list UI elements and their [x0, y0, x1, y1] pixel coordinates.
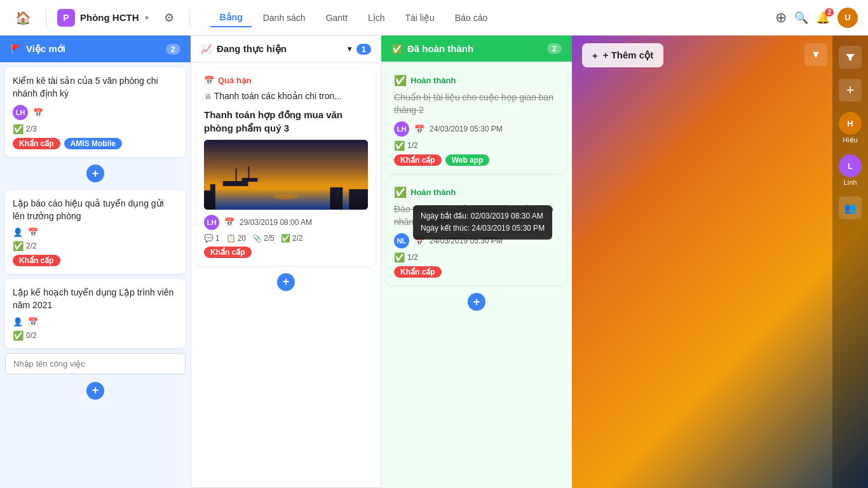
topnav-right: ⊕ 🔍 🔔 2 U — [775, 8, 858, 28]
calendar-icon: 📅 — [33, 108, 43, 118]
card-tags-1: Khẩn cấp Web app — [394, 154, 559, 166]
tooltip-end: Ngày kết thúc: 24/03/2019 05:30 PM — [421, 222, 545, 234]
card-title-full: Thanh toán hợp đồng mua văn phòng phẩm q… — [204, 108, 368, 135]
tab-gantt[interactable]: Gantt — [317, 9, 356, 27]
completed-icon-2: ✅ — [394, 186, 407, 198]
search-button[interactable]: 🔍 — [794, 11, 808, 25]
settings-icon[interactable]: ⚙ — [159, 8, 179, 27]
avatar-nl: NL — [394, 233, 409, 248]
tab-danh-sach[interactable]: Danh sách — [254, 9, 315, 27]
right-sidebar: + H Hiếu L Linh 👥 — [832, 36, 868, 488]
card-meta-row: LH 📅 — [13, 105, 178, 120]
home-button[interactable]: 🏠 — [10, 8, 36, 28]
svg-rect-3 — [236, 168, 237, 182]
progress-value: 2/2 — [26, 241, 37, 250]
calendar-icon: 📅 — [28, 227, 38, 237]
column-title-hoan-thanh: Đã hoàn thành — [407, 43, 542, 54]
nav-divider-2 — [189, 9, 190, 27]
calendar-icon: 📅 — [28, 317, 38, 327]
add-col-label: + Thêm cột — [603, 50, 653, 61]
card-progress: ✅ 0/2 — [13, 330, 178, 341]
sidebar-user-hieu[interactable]: H Hiếu — [839, 112, 862, 144]
column-body-hoan-thanh: ✅ Hoàn thành Chuẩn bị tài liệu cho cuộc … — [381, 62, 572, 488]
tab-bao-cao[interactable]: Báo cáo — [446, 9, 496, 27]
calendar-date-icon: 📅 — [224, 217, 234, 227]
group-button[interactable]: 👥 — [839, 196, 862, 219]
project-name: Phòng HCTH — [80, 12, 139, 23]
add-right-button[interactable]: + — [839, 79, 862, 102]
card-tags-2: Khẩn cấp — [394, 266, 559, 278]
card-chuan-bi-tai-lieu[interactable]: ✅ Hoàn thành Chuẩn bị tài liệu cho cuộc … — [386, 67, 567, 173]
nav-tabs: Bảng Danh sách Gantt Lịch Tài liệu Báo c… — [210, 8, 496, 27]
filter-funnel-button[interactable] — [839, 46, 862, 69]
avatar-hieu-label: Hiếu — [843, 136, 858, 144]
stat-done: ✅ 2/2 — [281, 234, 303, 243]
column-body-viec-moi: Kiểm kê tài sản của 5 văn phòng chi nhán… — [0, 62, 191, 488]
tag-khan-cap-2: Khẩn cấp — [204, 247, 252, 258]
card-title: Kiểm kê tài sản của 5 văn phòng chi nhán… — [13, 75, 178, 100]
avatar-lh-2: LH — [204, 215, 219, 230]
add-task-col3-button[interactable]: + — [468, 293, 485, 311]
card-lap-bao-cao[interactable]: Lập báo cáo hiệu quả tuyển dụng gửi lên … — [5, 190, 186, 274]
column-da-hoan-thanh: ✅ Đã hoàn thành 2 ✅ Hoàn thành Chuẩn bị … — [381, 36, 572, 488]
avatar-linh[interactable]: L — [839, 154, 862, 177]
progress-value: 2/3 — [26, 125, 37, 133]
column-viec-moi: 🚩 Việc mới 2 Kiểm kê tài sản của 5 văn p… — [0, 36, 191, 488]
add-task-col2-button[interactable]: + — [277, 273, 295, 291]
completed-label-2: Hoàn thành — [410, 187, 456, 197]
chevron-down-icon: ▾ — [145, 13, 149, 22]
date-tooltip: Ngày bắt đầu: 02/03/2019 08:30 AM Ngày k… — [413, 205, 552, 240]
card-image — [204, 140, 368, 210]
card-dao-tao[interactable]: ✅ Hoàn thành Đào tạo tài liệu sử dụng ph… — [386, 179, 567, 285]
avatar-hieu[interactable]: H — [839, 112, 862, 135]
notification-button[interactable]: 🔔 2 — [816, 11, 830, 25]
completed-label: Hoàn thành — [410, 76, 456, 85]
card-date-1: 24/03/2019 05:30 PM — [430, 125, 503, 133]
card-date-row-1: LH 📅 24/03/2019 05:30 PM — [394, 121, 559, 137]
sidebar-user-linh[interactable]: L Linh — [839, 154, 862, 186]
card-progress: ✅ 2/2 — [13, 241, 178, 251]
tag-khan-cap-4: Khẩn cấp — [394, 266, 442, 278]
nav-divider — [46, 9, 47, 27]
add-task-bottom-button[interactable]: + — [86, 382, 104, 400]
card-tags: Khẩn cấp — [204, 247, 368, 258]
server-icon: 🖥 — [204, 92, 212, 101]
column-body-dang-thuc: 📅 Quá hạn 🖥 Thanh toán các khoản chi tro… — [191, 63, 381, 488]
tooltip-start: Ngày bắt đầu: 02/03/2019 08:30 AM — [421, 210, 545, 222]
overdue-label: Quá hạn — [218, 76, 252, 85]
avatar-lh-3: LH — [394, 121, 409, 137]
add-task-between-button[interactable]: + — [86, 165, 104, 182]
card-date: 29/03/2019 08:00 AM — [240, 218, 312, 227]
project-selector[interactable]: P Phòng HCTH ▾ — [57, 9, 149, 27]
progress-icon: ✅ — [13, 330, 24, 341]
add-button[interactable]: ⊕ — [775, 10, 787, 26]
list-icon: 📋 — [226, 234, 236, 243]
stat-comments: 💬 1 — [204, 234, 220, 243]
progress-icon-2: ✅ — [394, 252, 405, 262]
project-icon: P — [57, 9, 75, 27]
tag-khan-cap: Khẩn cấp — [13, 138, 60, 149]
completed-badge-2: ✅ Hoàn thành — [394, 186, 559, 198]
card-thanh-toan[interactable]: 📅 Quá hạn 🖥 Thanh toán các khoản chi tro… — [196, 68, 376, 266]
completed-badge-1: ✅ Hoàn thành — [394, 74, 559, 86]
tab-bang[interactable]: Bảng — [210, 8, 251, 27]
add-column-button[interactable]: + + Thêm cột — [582, 43, 663, 67]
attachment-icon: 📎 — [252, 234, 262, 243]
filter-button[interactable]: ▼ — [804, 43, 827, 66]
image-overlay — [204, 184, 368, 210]
column-title-dang-thuc: Đang thực hiện — [217, 43, 342, 55]
card-kiem-ke[interactable]: Kiểm kê tài sản của 5 văn phòng chi nhán… — [5, 67, 186, 157]
column-title-viec-moi: Việc mới — [26, 43, 161, 55]
card-date-row: LH 📅 29/03/2019 08:00 AM — [204, 215, 368, 230]
user-avatar[interactable]: U — [837, 8, 858, 28]
column-count-dang-thuc: 1 — [356, 44, 371, 55]
check-circle-icon: ✅ — [391, 44, 402, 54]
stat-attachments: 📎 2/5 — [252, 234, 275, 243]
card-lap-ke-hoach[interactable]: Lập kế hoạch tuyển dụng Lập trình viên n… — [5, 279, 186, 348]
add-task-input[interactable] — [5, 353, 186, 374]
tab-lich[interactable]: Lịch — [359, 9, 394, 27]
person-icon: 👤 — [13, 317, 23, 327]
tag-khan-cap: Khẩn cấp — [13, 255, 60, 266]
tab-tai-lieu[interactable]: Tài liệu — [396, 9, 443, 27]
comment-icon: 💬 — [204, 234, 214, 243]
